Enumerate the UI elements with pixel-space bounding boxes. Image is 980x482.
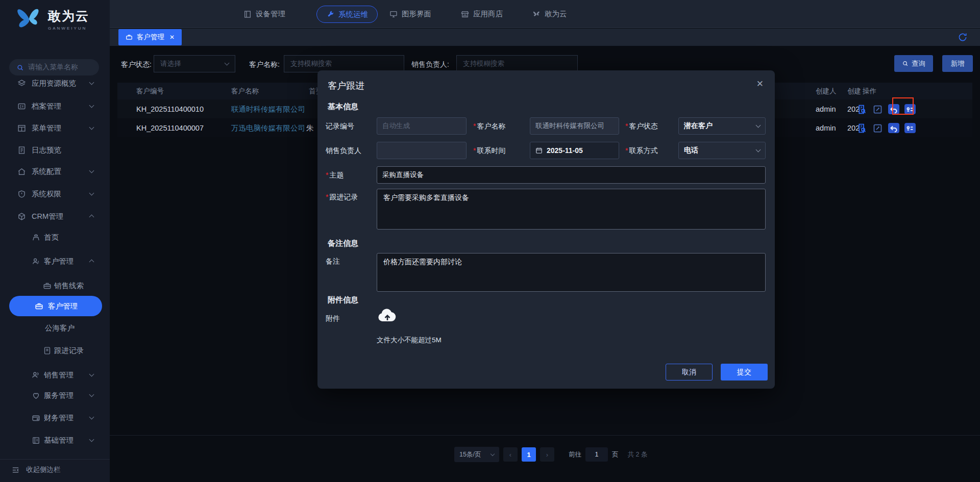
customer-name-input[interactable]: 联通时科传媒有限公司 — [530, 117, 619, 135]
sales-owner-input[interactable] — [377, 142, 467, 159]
add-button[interactable]: 新增 — [942, 55, 973, 72]
briefcase-icon — [35, 302, 43, 311]
view-detail-icon[interactable] — [856, 104, 867, 114]
cancel-button[interactable]: 取消 — [666, 364, 713, 380]
row-contact: 朱 — [306, 123, 314, 133]
edit-icon[interactable] — [872, 123, 883, 133]
chevron-down-icon — [89, 125, 94, 130]
sidebar-item-follow-records[interactable]: 跟进记录 — [0, 340, 110, 361]
chevron-down-icon — [756, 123, 761, 128]
sidebar-item-customer-mgmt-active[interactable]: 客户管理 — [9, 296, 102, 316]
subject-input[interactable]: 采购直播设备 — [377, 166, 766, 184]
menu-search-placeholder: 请输入菜单名称 — [28, 63, 78, 72]
filter-owner-label: 销售负责人: — [411, 60, 449, 69]
action-highlight-box — [892, 97, 914, 115]
sidebar-item-customer-mgmt-group[interactable]: 客户管理 — [0, 251, 110, 271]
nav-graphic-interface[interactable]: 图形界面 — [389, 0, 431, 28]
home-icon — [17, 167, 26, 176]
customer-name-label: 客户名称 — [473, 122, 505, 131]
notebook-icon — [43, 346, 52, 355]
remark-label: 备注 — [326, 257, 340, 266]
filter-owner-input[interactable]: 支持模糊搜索 — [456, 55, 578, 72]
refresh-icon[interactable] — [958, 32, 968, 42]
filter-name-input[interactable]: 支持模糊搜索 — [284, 55, 404, 72]
total-count: 共 2 条 — [628, 450, 648, 459]
chevron-up-icon — [89, 260, 94, 265]
contact-time-input[interactable]: 2025-11-05 — [530, 142, 619, 159]
collapse-sidebar-button[interactable]: 收起侧边栏 — [11, 465, 61, 474]
user-icon — [32, 257, 40, 266]
chevron-down-icon — [89, 168, 94, 173]
col-name: 客户名称 — [231, 87, 259, 96]
sidebar-item-system-config[interactable]: 系统配置 — [0, 161, 110, 182]
layers-icon — [17, 79, 26, 88]
nav-device-mgmt[interactable]: 设备管理 — [243, 0, 285, 28]
finance-icon — [32, 414, 40, 422]
row-creator: admin — [816, 105, 836, 113]
grid-icon — [17, 124, 26, 133]
sidebar-item-menus[interactable]: 菜单管理 — [0, 118, 110, 138]
follow-record-textarea[interactable]: 客户需要采购多套直播设备 — [377, 189, 766, 230]
sidebar-item-sales-mgmt[interactable]: 销售管理 — [0, 365, 110, 385]
chevron-down-icon — [491, 452, 495, 456]
sidebar-item-crm-home[interactable]: 首页 — [0, 227, 110, 247]
submit-button[interactable]: 提交 — [721, 364, 768, 380]
attachment-hint: 文件大小不能超过5M — [377, 336, 442, 345]
upload-cloud-icon[interactable] — [377, 305, 398, 325]
remark-textarea[interactable]: 价格方面还需要内部讨论 — [377, 253, 766, 292]
search-button[interactable]: 查询 — [894, 55, 933, 72]
tab-bar: 客户管理 ✕ — [110, 29, 980, 46]
filter-status-select[interactable]: 请选择 — [154, 55, 235, 72]
chevron-down-icon — [89, 191, 94, 196]
chevron-down-icon — [89, 415, 94, 420]
cube-icon — [17, 212, 26, 221]
chevron-down-icon — [225, 61, 230, 66]
contact-method-select[interactable]: 电话 — [678, 142, 766, 159]
sidebar-item-logs[interactable]: 日志预览 — [0, 140, 110, 160]
next-page-button[interactable]: › — [540, 447, 554, 462]
heart-icon — [32, 391, 40, 400]
briefcase-icon — [126, 34, 133, 41]
nav-ganweiyun[interactable]: 敢为云 — [532, 0, 567, 28]
book-icon — [32, 436, 40, 445]
wrench-icon — [326, 10, 334, 18]
top-nav: 设备管理 系统运维 图形界面 应用商店 敢为云 — [110, 0, 980, 28]
record-no-label: 记录编号 — [326, 122, 354, 131]
nav-app-store[interactable]: 应用商店 — [461, 0, 503, 28]
sidebar-item-service-mgmt[interactable]: 服务管理 — [0, 385, 110, 405]
sidebar-item-finance-mgmt[interactable]: 财务管理 — [0, 408, 110, 428]
chevron-down-icon — [89, 437, 94, 442]
footer-divider — [110, 435, 980, 436]
section-attachment-info: 附件信息 — [328, 295, 358, 305]
sidebar-item-sales-leads[interactable]: 销售线索 — [0, 275, 110, 296]
row-customer-link[interactable]: 万迅电脑传媒有限公司 — [231, 123, 305, 133]
close-tab-icon[interactable]: ✕ — [169, 34, 175, 41]
attachment-label: 附件 — [326, 314, 340, 323]
row-customer-link[interactable]: 联通时科传媒有限公司 — [231, 104, 305, 114]
sidebar-item-system-permissions[interactable]: 系统权限 — [0, 184, 110, 204]
tab-customer-mgmt[interactable]: 客户管理 ✕ — [118, 29, 182, 45]
sidebar-item-archives[interactable]: 档案管理 — [0, 96, 110, 116]
page-unit: 页 — [612, 450, 619, 459]
brand-logo: 敢为云 GANWEIYUN — [15, 6, 89, 32]
sidebar-item-app-resources[interactable]: 应用资源概览 — [0, 73, 110, 93]
col-actions: 操作 — [863, 87, 876, 96]
edit-icon[interactable] — [872, 104, 883, 114]
sidebar-item-basic-mgmt[interactable]: 基础管理 — [0, 430, 110, 450]
current-page-button[interactable]: 1 — [522, 447, 536, 462]
return-icon[interactable] — [888, 123, 899, 133]
nav-system-ops-active[interactable]: 系统运维 — [316, 6, 378, 23]
page-size-select[interactable]: 15条/页 — [454, 447, 499, 462]
view-detail-icon[interactable] — [856, 123, 867, 133]
sidebar-item-public-sea[interactable]: 公海客户 — [0, 318, 110, 338]
follow-up-icon[interactable] — [904, 123, 916, 133]
shield-icon — [17, 190, 26, 198]
goto-page-input[interactable]: 1 — [585, 447, 608, 462]
sidebar-item-crm[interactable]: CRM管理 — [0, 206, 110, 226]
row-code: KH_2025110400007 — [136, 124, 204, 132]
record-no-input[interactable]: 自动生成 — [377, 117, 467, 135]
close-dialog-icon[interactable]: ✕ — [756, 79, 764, 89]
prev-page-button[interactable]: ‹ — [503, 447, 518, 462]
chevron-down-icon — [89, 80, 94, 85]
customer-status-select[interactable]: 潜在客户 — [678, 117, 766, 135]
